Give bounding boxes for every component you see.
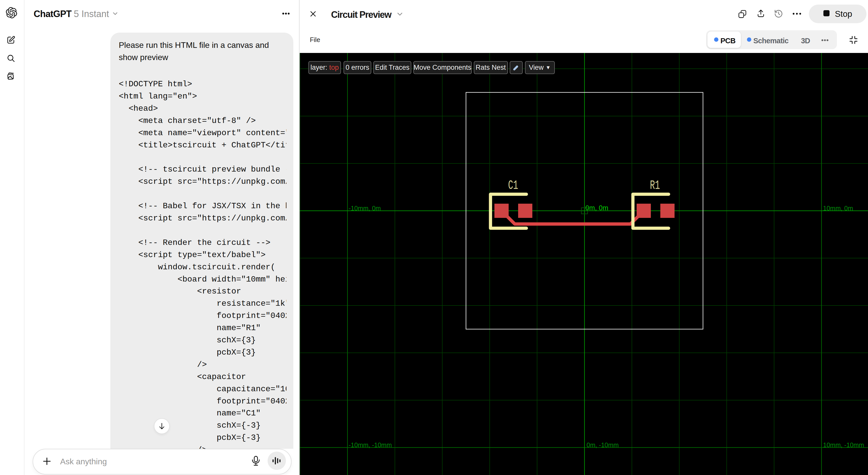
svg-text:R1: R1 [650,178,660,193]
svg-text:-10mm, -10mm: -10mm, -10mm [349,441,392,448]
svg-text:0m, 0m: 0m, 0m [585,204,608,212]
svg-text:C1: C1 [508,178,518,193]
svg-text:10mm, 0m: 10mm, 0m [823,205,853,212]
svg-text:0m, -10mm: 0m, -10mm [587,441,619,448]
svg-text:10mm, -10mm: 10mm, -10mm [823,441,864,448]
svg-text:-10mm, 0m: -10mm, 0m [349,205,381,212]
